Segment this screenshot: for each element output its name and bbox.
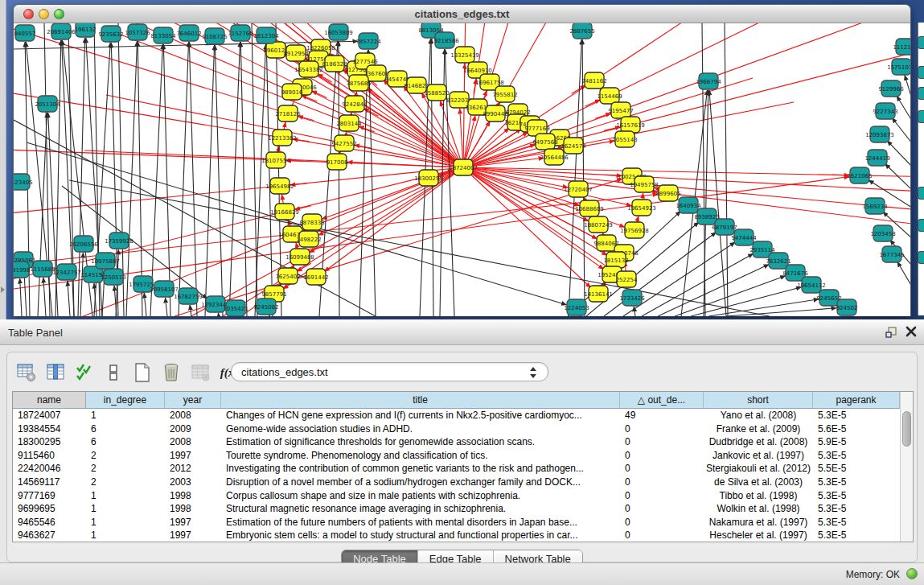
float-panel-icon[interactable]	[885, 326, 898, 339]
graph-node[interactable]: 8899605	[655, 185, 680, 201]
column-header-name[interactable]: name	[13, 392, 86, 408]
graph-node[interactable]: 7955812	[492, 86, 517, 102]
graph-node[interactable]: 924502	[836, 299, 858, 315]
column-header-out_de[interactable]: △ out_de...	[620, 392, 704, 408]
table-selector-dropdown[interactable]: citations_edges.txt	[231, 362, 548, 381]
graph-node[interactable]: 19756928	[620, 222, 649, 238]
graph-node[interactable]: 9129966	[878, 80, 904, 97]
graph-node[interactable]: 917008	[326, 154, 348, 170]
table-options-icon[interactable]	[15, 361, 38, 384]
column-header-in_degree[interactable]: in_degree	[86, 392, 165, 408]
graph-node[interactable]: 8912954	[283, 45, 309, 61]
graph-node[interactable]: 1733426	[619, 290, 645, 306]
graph-node[interactable]: 252254	[616, 271, 638, 287]
table-row[interactable]: 1938455462009Genome-wide association stu…	[13, 422, 900, 436]
graph-node[interactable]: 1152760	[228, 25, 253, 41]
table-row[interactable]: 911546021997Tourette syndrome. Phenomeno…	[13, 449, 900, 463]
graph-node[interactable]: 1498222	[296, 231, 321, 247]
graph-node[interactable]: 18807249	[584, 216, 613, 233]
graph-node[interactable]: 7625402	[275, 268, 300, 284]
graph-node[interactable]: 14136141	[584, 286, 613, 302]
column-header-short[interactable]: short	[704, 392, 813, 408]
delete-table-icon[interactable]	[189, 361, 211, 384]
table-row[interactable]: 2242004622012Investigating the contribut…	[13, 462, 900, 476]
table-row[interactable]: 1872400712008Changes of HCN gene express…	[13, 409, 900, 422]
graph-node[interactable]: 7481162	[581, 72, 606, 89]
graph-node[interactable]: 9242844	[342, 96, 368, 112]
column-header-pagerank[interactable]: pagerank	[813, 392, 900, 408]
graph-node[interactable]: 1966794	[696, 73, 721, 89]
graph-node[interactable]: 1203458	[870, 225, 895, 241]
graph-node[interactable]: 9427552	[331, 135, 356, 151]
graph-node[interactable]: 989016	[281, 84, 303, 100]
graph-node[interactable]: 1569234	[862, 198, 888, 214]
graph-node[interactable]: 1624574	[561, 138, 586, 154]
graph-node[interactable]: 18107554	[261, 152, 290, 168]
graph-node[interactable]: 1035421	[223, 300, 248, 316]
graph-node[interactable]: 1812304	[253, 27, 279, 43]
graph-node[interactable]: 1621065	[847, 167, 872, 183]
table-row[interactable]: 946554611997Estimation of the future num…	[13, 516, 900, 529]
table-row[interactable]: 1830029562008Estimation of significance …	[13, 435, 900, 449]
graph-node[interactable]: 1250513	[101, 269, 125, 285]
graph-node[interactable]: 1055143	[612, 131, 637, 147]
graph-node[interactable]: 13325419	[450, 47, 479, 63]
table-row[interactable]: 1456911722003Disruption of a novel membe…	[13, 476, 900, 489]
clear-selection-icon[interactable]	[102, 361, 125, 384]
graph-node[interactable]: 6879197	[712, 219, 737, 235]
graph-node[interactable]: 15751074	[887, 59, 910, 75]
graph-node[interactable]: 196132	[75, 23, 97, 37]
graph-node[interactable]: 12093873	[865, 126, 894, 142]
graph-node[interactable]: 1244419	[864, 150, 889, 166]
graph-node[interactable]: 9108725	[202, 28, 227, 44]
graph-node[interactable]: 16053809	[324, 24, 353, 40]
graph-node[interactable]: 1154469	[597, 88, 622, 104]
close-panel-icon[interactable]	[906, 326, 917, 337]
graph-node[interactable]: 20206556	[69, 236, 98, 252]
graph-node[interactable]: 2051304	[35, 96, 60, 112]
graph-node[interactable]: 391998	[14, 262, 30, 278]
graph-node[interactable]: 2718126	[275, 105, 301, 122]
graph-node[interactable]: 840557	[14, 25, 36, 41]
graph-node[interactable]: 7646012	[176, 25, 201, 41]
column-header-year[interactable]: year	[165, 392, 221, 408]
graph-node[interactable]: 9227343	[873, 103, 897, 119]
graph-node[interactable]: 9195477	[608, 102, 633, 118]
graph-node[interactable]: 19654923	[627, 200, 656, 216]
graph-node[interactable]: 8878333	[299, 214, 324, 230]
scrollbar-thumb[interactable]	[902, 411, 911, 447]
new-column-icon[interactable]	[131, 361, 154, 384]
graph-node[interactable]: 6497568	[532, 134, 557, 150]
graph-node[interactable]: 12213383	[268, 130, 297, 146]
graph-node[interactable]: 1112154	[893, 39, 910, 55]
graph-node[interactable]: 1691442	[303, 269, 328, 285]
window-titlebar[interactable]: citations_edges.txt	[14, 5, 910, 23]
graph-node[interactable]: 9245082	[253, 299, 278, 315]
table-row[interactable]: 969969511998Structural magnetic resonanc…	[13, 502, 900, 516]
table-row[interactable]: 946362711997Embryonic stem cells: a mode…	[13, 529, 900, 542]
graph-node[interactable]: 1057326	[125, 24, 150, 40]
graph-node[interactable]: 3875685	[346, 75, 371, 91]
graph-node[interactable]: 1677345	[879, 246, 904, 262]
graph-node[interactable]: 1224053	[564, 299, 589, 315]
graph-node[interactable]: 1815132	[603, 252, 628, 268]
select-all-icon[interactable]	[73, 361, 96, 384]
graph-node[interactable]: 2803144	[336, 115, 362, 131]
graph-node[interactable]: 1588520	[424, 84, 449, 101]
graph-node[interactable]: 1115689	[30, 261, 55, 277]
graph-node[interactable]: 7857224	[355, 33, 381, 49]
graph-node[interactable]: 8186328	[322, 56, 347, 72]
vertical-scrollbar[interactable]	[900, 392, 913, 542]
show-columns-icon[interactable]	[44, 361, 67, 384]
delete-column-icon[interactable]	[160, 361, 183, 384]
column-header-title[interactable]: title	[221, 392, 620, 408]
graph-node[interactable]: 1523405	[14, 174, 33, 190]
graph-node[interactable]: 8133054	[150, 27, 176, 43]
network-canvas[interactable]: 1872400789601248912954182260589127505165…	[14, 23, 910, 316]
graph-node[interactable]: 20691406	[47, 23, 76, 39]
table-row[interactable]: 977716911998Corpus callosum shape and si…	[13, 489, 900, 503]
background-window-sliver[interactable]	[918, 23, 924, 315]
graph-node[interactable]: 2887655	[569, 23, 594, 39]
graph-node[interactable]: 9235632	[98, 26, 123, 42]
panel-collapse-handle-icon[interactable]	[1, 286, 5, 293]
